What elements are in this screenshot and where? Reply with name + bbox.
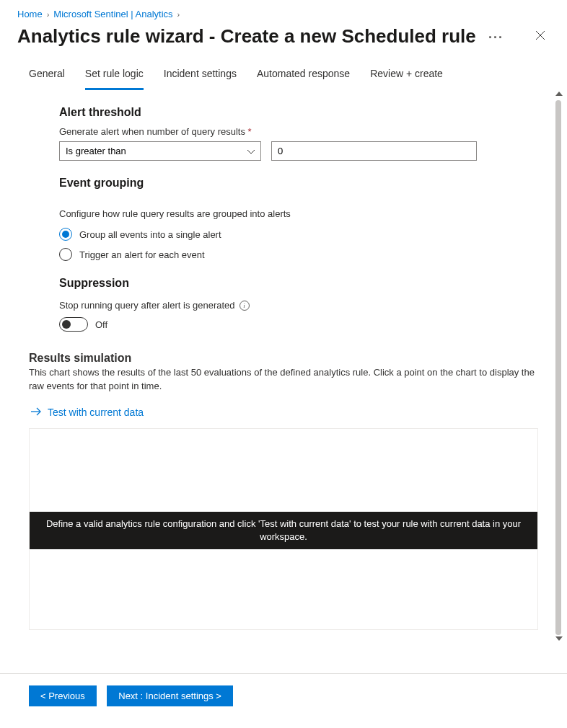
- breadcrumb-sentinel[interactable]: Microsoft Sentinel | Analytics: [53, 9, 172, 19]
- alert-threshold-heading: Alert threshold: [59, 106, 538, 119]
- scroll-up-arrow-icon[interactable]: [555, 92, 563, 96]
- suppression-toggle-label: Off: [95, 319, 107, 330]
- tab-set-rule-logic[interactable]: Set rule logic: [85, 61, 144, 90]
- alert-threshold-value-input[interactable]: [271, 141, 477, 161]
- suppression-toggle[interactable]: [59, 317, 88, 332]
- previous-button[interactable]: < Previous: [29, 685, 97, 706]
- test-link-label: Test with current data: [48, 407, 144, 418]
- suppression-label: Stop running query after alert is genera…: [59, 300, 250, 311]
- radio-trigger-each-event[interactable]: [59, 248, 72, 261]
- event-grouping-desc: Configure how rule query results are gro…: [59, 208, 538, 219]
- chevron-right-icon: ›: [47, 10, 50, 19]
- next-button[interactable]: Next : Incident settings >: [107, 685, 233, 706]
- results-simulation-heading: Results simulation: [29, 352, 538, 365]
- test-with-current-data-link[interactable]: Test with current data: [30, 407, 144, 418]
- breadcrumb: Home › Microsoft Sentinel | Analytics ›: [0, 0, 567, 24]
- tab-general[interactable]: General: [29, 61, 65, 90]
- alert-threshold-label: Generate alert when number of query resu…: [59, 126, 538, 137]
- results-chart-placeholder: Define a valid analytics rule configurat…: [29, 428, 538, 630]
- radio-group-all-events[interactable]: [59, 228, 72, 241]
- page-title: Analytics rule wizard - Create a new Sch…: [17, 25, 504, 48]
- required-asterisk: *: [248, 126, 252, 137]
- radio-trigger-each-event-label: Trigger an alert for each event: [79, 249, 205, 260]
- wizard-footer: < Previous Next : Incident settings >: [0, 673, 567, 706]
- tab-review-create[interactable]: Review + create: [370, 61, 443, 90]
- suppression-heading: Suppression: [59, 277, 538, 290]
- scroll-down-arrow-icon[interactable]: [555, 636, 563, 641]
- arrow-right-icon: [30, 407, 42, 418]
- vertical-scrollbar[interactable]: [554, 90, 564, 645]
- breadcrumb-home[interactable]: Home: [17, 9, 43, 19]
- scrollbar-thumb[interactable]: [555, 100, 561, 635]
- page-title-text: Analytics rule wizard - Create a new Sch…: [17, 25, 476, 47]
- close-button[interactable]: [531, 26, 550, 48]
- results-simulation-desc: This chart shows the results of the last…: [29, 366, 538, 394]
- event-grouping-heading: Event grouping: [59, 177, 538, 190]
- radio-group-all-events-label: Group all events into a single alert: [79, 229, 221, 240]
- tab-incident-settings[interactable]: Incident settings: [164, 61, 237, 90]
- results-chart-overlay-message: Define a valid analytics rule configurat…: [30, 512, 537, 549]
- chevron-right-icon: ›: [177, 10, 180, 19]
- tab-automated-response[interactable]: Automated response: [257, 61, 350, 90]
- more-icon[interactable]: ···: [488, 30, 504, 45]
- alert-threshold-operator-select[interactable]: Is greater than: [59, 141, 261, 161]
- wizard-tabs: General Set rule logic Incident settings…: [0, 61, 567, 90]
- info-icon[interactable]: i: [239, 301, 250, 311]
- close-icon: [535, 30, 545, 40]
